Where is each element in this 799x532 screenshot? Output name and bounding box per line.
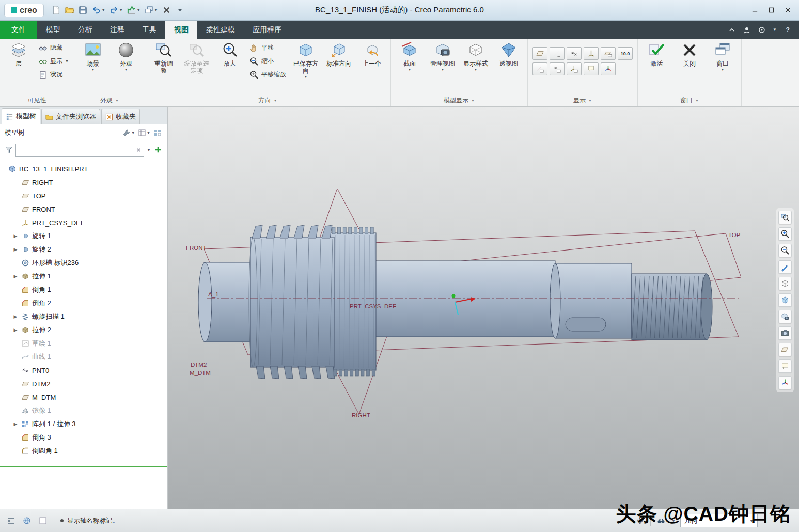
- undo-button[interactable]: ▼: [90, 4, 106, 17]
- tree-item[interactable]: FRONT: [0, 202, 167, 216]
- saved-orientations-button[interactable]: 已保存方 向▼: [290, 40, 322, 79]
- screen-tips-icon[interactable]: [758, 26, 766, 34]
- clear-filter-icon[interactable]: [136, 147, 142, 153]
- expander-icon[interactable]: ▶: [12, 421, 19, 427]
- capture-button[interactable]: [778, 326, 792, 340]
- ribbon-tab-analysis[interactable]: 分析: [69, 21, 101, 39]
- window-arrange-button[interactable]: ▼: [143, 4, 159, 17]
- repaint-button[interactable]: [778, 260, 792, 274]
- csys-display-button[interactable]: [584, 47, 599, 60]
- spin-center-display-button[interactable]: [601, 62, 616, 75]
- save-button[interactable]: [77, 4, 89, 17]
- spin-center-button[interactable]: [778, 376, 792, 389]
- open-file-button[interactable]: [64, 4, 75, 17]
- tree-settings-button[interactable]: ▼: [121, 128, 136, 138]
- perspective-button[interactable]: 透视图: [493, 40, 525, 67]
- customize-button[interactable]: [174, 4, 186, 17]
- expander-icon[interactable]: ▶: [12, 314, 19, 319]
- expander-icon[interactable]: ▶: [12, 233, 19, 239]
- scene-button[interactable]: 场景▼: [77, 40, 109, 71]
- browser-toggle-button[interactable]: [21, 515, 33, 526]
- ribbon-tab-file[interactable]: 文件: [0, 21, 37, 39]
- voice-command-icon[interactable]: [743, 26, 751, 34]
- ribbon-tab-view[interactable]: 视图: [165, 21, 197, 39]
- filter-dropdown-icon[interactable]: ▼: [147, 148, 151, 152]
- tree-item[interactable]: 倒角 1: [0, 283, 167, 296]
- refit-button[interactable]: [778, 211, 792, 224]
- tree-item[interactable]: 倒角 2: [0, 296, 167, 310]
- axis-tag-display-button[interactable]: [532, 62, 547, 75]
- panel-blank-button[interactable]: [37, 515, 49, 526]
- tree-item[interactable]: ▶螺旋扫描 1: [0, 310, 167, 323]
- new-file-button[interactable]: [50, 4, 62, 17]
- expander-icon[interactable]: ▶: [12, 247, 19, 252]
- tree-item[interactable]: 镜像 1: [0, 404, 167, 417]
- redo-button[interactable]: ▼: [108, 4, 124, 17]
- display-style-button[interactable]: 显示样式▼: [460, 40, 492, 71]
- axis-display-button[interactable]: [550, 47, 565, 60]
- tree-item[interactable]: 环形槽 标识236: [0, 256, 167, 270]
- ribbon-tab-model[interactable]: 模型: [37, 21, 69, 39]
- hide-button[interactable]: 隐藏: [36, 41, 71, 54]
- regenerate-button[interactable]: ▼: [126, 4, 142, 17]
- tree-item[interactable]: ▶旋转 2: [0, 243, 167, 256]
- minimize-ribbon-icon[interactable]: [728, 26, 736, 34]
- expander-icon[interactable]: ▶: [12, 327, 19, 333]
- tree-item[interactable]: ▶阵列 1 / 拉伸 3: [0, 417, 167, 431]
- tree-item[interactable]: PNT0: [0, 364, 167, 377]
- ribbon-tab-flexible-modeling[interactable]: 柔性建模: [197, 21, 244, 39]
- graphics-area[interactable]: FRONT TOP RIGHT DTM2 M_DTM PRT_CSYS_DEF …: [168, 107, 799, 509]
- tree-item[interactable]: 曲线 1: [0, 350, 167, 364]
- annotation-display-button[interactable]: [584, 62, 599, 75]
- plane-display-button[interactable]: [532, 47, 547, 60]
- tree-item[interactable]: BC_13_1_FINISH.PRT: [0, 162, 167, 176]
- windows-button[interactable]: 窗口▼: [707, 40, 739, 71]
- zoom-to-selected-button[interactable]: 缩放至选 定项: [181, 40, 213, 74]
- zoom-out-button[interactable]: 缩小: [247, 55, 289, 68]
- ribbon-tab-tools[interactable]: 工具: [133, 21, 165, 39]
- zoom-in-button[interactable]: [778, 227, 792, 241]
- show-button[interactable]: 显示▼: [36, 55, 71, 68]
- tree-item[interactable]: ▶拉伸 1: [0, 270, 167, 283]
- sections-button[interactable]: 截面▼: [394, 40, 426, 71]
- panel-tab-model-tree[interactable]: 模型树: [2, 108, 40, 124]
- tree-item[interactable]: 倒圆角 1: [0, 444, 167, 458]
- tree-columns-button[interactable]: ▼: [137, 128, 151, 138]
- standard-orientation-button[interactable]: 标准方向: [323, 40, 355, 67]
- tree-item[interactable]: ▶旋转 1: [0, 229, 167, 243]
- dim-display-button[interactable]: 10.0: [618, 47, 633, 60]
- ribbon-tab-annotate[interactable]: 注释: [101, 21, 133, 39]
- manage-views-button[interactable]: 管理视图▼: [427, 40, 459, 71]
- annotation-display-button[interactable]: [778, 359, 792, 373]
- panel-splitter[interactable]: [0, 466, 167, 467]
- previous-button[interactable]: 上一个: [356, 40, 388, 67]
- tree-item[interactable]: RIGHT: [0, 176, 167, 189]
- panel-tab-favorites[interactable]: 收藏夹: [101, 109, 140, 124]
- model-tree-toggle-button[interactable]: [5, 515, 17, 526]
- status-button[interactable]: 状况: [36, 68, 71, 81]
- tree-item[interactable]: TOP: [0, 189, 167, 202]
- ribbon-tab-applications[interactable]: 应用程序: [244, 21, 290, 39]
- csys-tag-display-button[interactable]: [567, 62, 582, 75]
- expander-icon[interactable]: ▶: [12, 274, 19, 279]
- tree-filter-input[interactable]: [18, 146, 136, 153]
- close-button[interactable]: [779, 4, 796, 17]
- minimize-button[interactable]: [746, 4, 763, 17]
- display-style-button[interactable]: [778, 277, 792, 290]
- point-tag-display-button[interactable]: [550, 62, 565, 75]
- layers-button[interactable]: 层: [3, 40, 35, 67]
- appearance-button[interactable]: 外观▼: [110, 40, 142, 71]
- zoom-in-button[interactable]: 放大: [214, 40, 246, 67]
- plane-tag-display-button[interactable]: [601, 47, 616, 60]
- saved-orientations-button[interactable]: [778, 293, 792, 307]
- add-filter-button[interactable]: [153, 145, 163, 154]
- close-window-button[interactable]: [161, 4, 173, 17]
- panel-tab-folder-browser[interactable]: 文件夹浏览器: [41, 109, 100, 124]
- activate-button[interactable]: 激活: [640, 40, 672, 67]
- point-display-button[interactable]: [567, 47, 582, 60]
- pan-button[interactable]: 平移: [247, 41, 289, 54]
- tree-item[interactable]: 倒角 3: [0, 431, 167, 444]
- close-window-button[interactable]: 关闭: [673, 40, 706, 67]
- help-icon[interactable]: ?: [784, 26, 792, 34]
- refit-button[interactable]: 重新调 整: [148, 40, 180, 74]
